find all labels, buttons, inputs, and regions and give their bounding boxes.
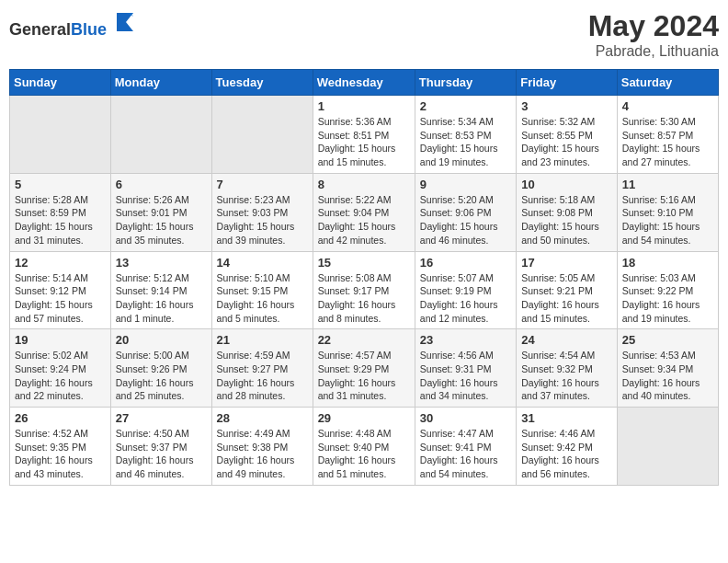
calendar-week-row: 26Sunrise: 4:52 AMSunset: 9:35 PMDayligh… xyxy=(10,408,719,486)
calendar-day-cell: 18Sunrise: 5:03 AMSunset: 9:22 PMDayligh… xyxy=(617,251,718,329)
month-year-title: May 2024 xyxy=(588,9,719,43)
day-number: 9 xyxy=(420,178,511,191)
day-info: Sunrise: 5:02 AMSunset: 9:24 PMDaylight:… xyxy=(15,349,106,403)
calendar-day-cell: 25Sunrise: 4:53 AMSunset: 9:34 PMDayligh… xyxy=(617,329,718,408)
day-number: 6 xyxy=(116,178,207,191)
day-number: 17 xyxy=(521,256,612,270)
calendar-day-cell xyxy=(617,408,718,486)
day-info: Sunrise: 5:12 AMSunset: 9:14 PMDaylight:… xyxy=(116,271,207,326)
calendar-day-cell: 29Sunrise: 4:48 AMSunset: 9:40 PMDayligh… xyxy=(313,408,415,486)
calendar-week-row: 1Sunrise: 5:36 AMSunset: 8:51 PMDaylight… xyxy=(10,96,719,174)
logo-icon xyxy=(113,9,139,35)
day-number: 12 xyxy=(15,256,106,270)
day-number: 16 xyxy=(420,256,511,270)
day-number: 1 xyxy=(318,99,410,113)
day-info: Sunrise: 5:28 AMSunset: 8:59 PMDaylight:… xyxy=(15,193,106,247)
page-header: GeneralBlue May 2024 Pabrade, Lithuania xyxy=(9,9,719,60)
calendar-day-cell: 26Sunrise: 4:52 AMSunset: 9:35 PMDayligh… xyxy=(10,408,111,486)
day-info: Sunrise: 5:32 AMSunset: 8:55 PMDaylight:… xyxy=(521,115,612,169)
calendar-day-cell: 19Sunrise: 5:02 AMSunset: 9:24 PMDayligh… xyxy=(10,329,111,408)
logo: GeneralBlue xyxy=(9,9,139,40)
weekday-header-friday: Friday xyxy=(517,70,618,96)
day-number: 15 xyxy=(318,256,410,270)
day-info: Sunrise: 5:08 AMSunset: 9:17 PMDaylight:… xyxy=(318,271,410,326)
day-number: 4 xyxy=(622,99,713,113)
calendar-day-cell: 30Sunrise: 4:47 AMSunset: 9:41 PMDayligh… xyxy=(415,408,516,486)
calendar-day-cell: 23Sunrise: 4:56 AMSunset: 9:31 PMDayligh… xyxy=(415,329,516,408)
day-number: 19 xyxy=(15,333,106,347)
logo-blue: Blue xyxy=(71,20,107,39)
day-info: Sunrise: 5:22 AMSunset: 9:04 PMDaylight:… xyxy=(318,193,410,247)
day-info: Sunrise: 5:00 AMSunset: 9:26 PMDaylight:… xyxy=(116,349,207,403)
day-number: 5 xyxy=(15,178,106,191)
day-info: Sunrise: 5:18 AMSunset: 9:08 PMDaylight:… xyxy=(521,193,612,247)
calendar-week-row: 19Sunrise: 5:02 AMSunset: 9:24 PMDayligh… xyxy=(10,329,719,408)
calendar-day-cell: 14Sunrise: 5:10 AMSunset: 9:15 PMDayligh… xyxy=(211,251,313,329)
day-info: Sunrise: 5:26 AMSunset: 9:01 PMDaylight:… xyxy=(116,193,207,247)
day-info: Sunrise: 4:57 AMSunset: 9:29 PMDaylight:… xyxy=(318,349,410,403)
calendar-day-cell: 1Sunrise: 5:36 AMSunset: 8:51 PMDaylight… xyxy=(313,96,415,174)
day-number: 30 xyxy=(420,411,511,425)
svg-marker-0 xyxy=(117,13,133,31)
day-number: 18 xyxy=(622,256,713,270)
calendar-day-cell: 31Sunrise: 4:46 AMSunset: 9:42 PMDayligh… xyxy=(517,408,618,486)
day-number: 8 xyxy=(318,178,410,191)
day-info: Sunrise: 5:36 AMSunset: 8:51 PMDaylight:… xyxy=(318,115,410,169)
day-info: Sunrise: 4:59 AMSunset: 9:27 PMDaylight:… xyxy=(217,349,308,403)
title-block: May 2024 Pabrade, Lithuania xyxy=(588,9,719,60)
calendar-day-cell: 5Sunrise: 5:28 AMSunset: 8:59 PMDaylight… xyxy=(10,173,111,251)
day-number: 11 xyxy=(622,178,713,191)
calendar-day-cell: 20Sunrise: 5:00 AMSunset: 9:26 PMDayligh… xyxy=(110,329,211,408)
calendar-day-cell: 8Sunrise: 5:22 AMSunset: 9:04 PMDaylight… xyxy=(313,173,415,251)
day-info: Sunrise: 4:54 AMSunset: 9:32 PMDaylight:… xyxy=(521,349,612,403)
calendar-day-cell: 3Sunrise: 5:32 AMSunset: 8:55 PMDaylight… xyxy=(517,96,618,174)
calendar-day-cell: 12Sunrise: 5:14 AMSunset: 9:12 PMDayligh… xyxy=(10,251,111,329)
location-subtitle: Pabrade, Lithuania xyxy=(588,43,719,60)
day-info: Sunrise: 5:20 AMSunset: 9:06 PMDaylight:… xyxy=(420,193,511,247)
day-info: Sunrise: 5:05 AMSunset: 9:21 PMDaylight:… xyxy=(521,271,612,326)
weekday-header-saturday: Saturday xyxy=(617,70,718,96)
calendar-day-cell: 9Sunrise: 5:20 AMSunset: 9:06 PMDaylight… xyxy=(415,173,516,251)
calendar-day-cell: 13Sunrise: 5:12 AMSunset: 9:14 PMDayligh… xyxy=(110,251,211,329)
day-number: 23 xyxy=(420,333,511,347)
day-info: Sunrise: 4:56 AMSunset: 9:31 PMDaylight:… xyxy=(420,349,511,403)
calendar-day-cell: 15Sunrise: 5:08 AMSunset: 9:17 PMDayligh… xyxy=(313,251,415,329)
day-number: 27 xyxy=(116,411,207,425)
calendar-day-cell: 7Sunrise: 5:23 AMSunset: 9:03 PMDaylight… xyxy=(211,173,313,251)
calendar-day-cell xyxy=(211,96,313,174)
day-number: 2 xyxy=(420,99,511,113)
calendar-week-row: 12Sunrise: 5:14 AMSunset: 9:12 PMDayligh… xyxy=(10,251,719,329)
logo-general: General xyxy=(9,20,71,39)
day-info: Sunrise: 5:34 AMSunset: 8:53 PMDaylight:… xyxy=(420,115,511,169)
day-info: Sunrise: 4:47 AMSunset: 9:41 PMDaylight:… xyxy=(420,427,511,481)
calendar-table: SundayMondayTuesdayWednesdayThursdayFrid… xyxy=(9,69,719,486)
calendar-day-cell: 22Sunrise: 4:57 AMSunset: 9:29 PMDayligh… xyxy=(313,329,415,408)
day-number: 14 xyxy=(217,256,308,270)
day-number: 29 xyxy=(318,411,410,425)
weekday-header-thursday: Thursday xyxy=(415,70,516,96)
calendar-day-cell: 16Sunrise: 5:07 AMSunset: 9:19 PMDayligh… xyxy=(415,251,516,329)
weekday-header-sunday: Sunday xyxy=(10,70,111,96)
day-info: Sunrise: 4:46 AMSunset: 9:42 PMDaylight:… xyxy=(521,427,612,481)
day-info: Sunrise: 4:49 AMSunset: 9:38 PMDaylight:… xyxy=(217,427,308,481)
weekday-header-row: SundayMondayTuesdayWednesdayThursdayFrid… xyxy=(10,70,719,96)
day-number: 7 xyxy=(217,178,308,191)
weekday-header-monday: Monday xyxy=(110,70,211,96)
day-info: Sunrise: 4:50 AMSunset: 9:37 PMDaylight:… xyxy=(116,427,207,481)
day-number: 21 xyxy=(217,333,308,347)
day-number: 24 xyxy=(521,333,612,347)
calendar-week-row: 5Sunrise: 5:28 AMSunset: 8:59 PMDaylight… xyxy=(10,173,719,251)
calendar-day-cell: 2Sunrise: 5:34 AMSunset: 8:53 PMDaylight… xyxy=(415,96,516,174)
day-number: 10 xyxy=(521,178,612,191)
calendar-day-cell: 24Sunrise: 4:54 AMSunset: 9:32 PMDayligh… xyxy=(517,329,618,408)
day-info: Sunrise: 5:10 AMSunset: 9:15 PMDaylight:… xyxy=(217,271,308,326)
calendar-day-cell: 10Sunrise: 5:18 AMSunset: 9:08 PMDayligh… xyxy=(517,173,618,251)
day-number: 26 xyxy=(15,411,106,425)
day-info: Sunrise: 5:03 AMSunset: 9:22 PMDaylight:… xyxy=(622,271,713,326)
calendar-day-cell xyxy=(10,96,111,174)
calendar-day-cell: 4Sunrise: 5:30 AMSunset: 8:57 PMDaylight… xyxy=(617,96,718,174)
calendar-day-cell: 21Sunrise: 4:59 AMSunset: 9:27 PMDayligh… xyxy=(211,329,313,408)
calendar-day-cell xyxy=(110,96,211,174)
day-number: 20 xyxy=(116,333,207,347)
day-info: Sunrise: 5:14 AMSunset: 9:12 PMDaylight:… xyxy=(15,271,106,326)
